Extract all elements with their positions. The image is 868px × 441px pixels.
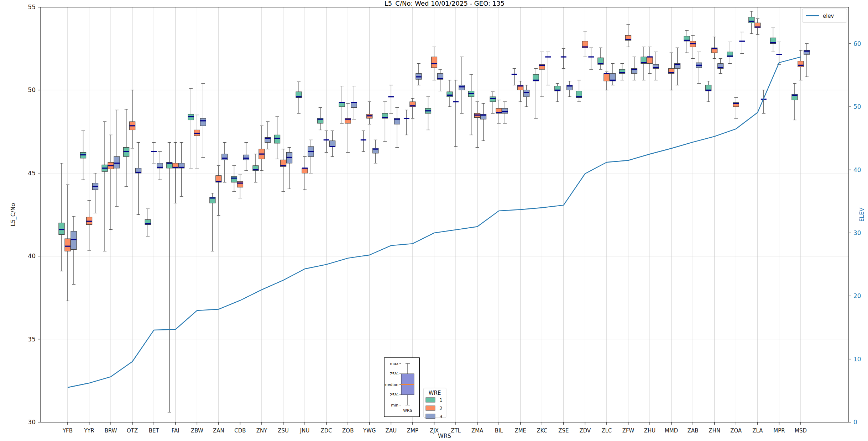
boxplot-anatomy-inset: max75%median25%minWRS [384, 358, 419, 417]
x-tick-label-JNU: JNU [300, 427, 310, 434]
x-tick-label-MPR: MPR [773, 427, 785, 434]
y2-tick-label: 40 [853, 166, 861, 174]
x-tick-label-ZHN: ZHN [708, 427, 720, 434]
wre-swatch-3 [426, 414, 435, 419]
x-tick-label-ZBW: ZBW [191, 427, 203, 434]
y2-tick-label: 10 [853, 356, 861, 363]
x-tick-label-ZKC: ZKC [537, 427, 547, 434]
iqr-box [459, 85, 465, 90]
inset-label-75%: 75% [390, 372, 398, 376]
x-tick-label-ZLC: ZLC [601, 427, 612, 434]
x-tick-label-BIL: BIL [495, 427, 503, 434]
iqr-box [339, 102, 345, 107]
x-tick-label-ZLA: ZLA [752, 427, 763, 434]
inset-label-max: max [390, 361, 398, 366]
y2-tick-label: 20 [853, 292, 861, 299]
elev-legend-label: elev [823, 13, 834, 19]
x-tick-label-ZME: ZME [514, 427, 526, 434]
x-tick-label-ZSE: ZSE [558, 427, 569, 434]
x-tick-label-ZMA: ZMA [471, 427, 483, 434]
x-tick-label-ZSU: ZSU [278, 427, 289, 434]
wre-swatch-2 [426, 406, 435, 410]
x-tick-label-ZMP: ZMP [407, 427, 418, 434]
x-tick-label-ZHU: ZHU [644, 427, 656, 434]
x-tick-label-ZDV: ZDV [579, 427, 591, 434]
x-tick-label-ZAN: ZAN [213, 427, 224, 434]
y2-tick-label: 0 [853, 419, 857, 426]
y2-axis-label: ELEV [858, 207, 865, 222]
iqr-box [351, 102, 357, 107]
x-tick-label-ZAU: ZAU [386, 427, 397, 434]
x-tick-label-ZFW: ZFW [622, 427, 634, 434]
x-tick-label-BET: BET [149, 427, 160, 434]
chart-title: L5_C/No: Wed 10/01/2025 - GEO: 135 [385, 0, 504, 7]
iqr-box [490, 97, 496, 102]
wre-entry-label: 3 [439, 414, 443, 419]
iqr-box [200, 118, 206, 126]
x-axis-label: WRS [438, 432, 451, 439]
iqr-box [274, 135, 280, 143]
inset-label-25%: 25% [390, 393, 398, 397]
x-tick-label-ZOB: ZOB [342, 427, 354, 434]
x-tick-label-YYR: YYR [84, 427, 94, 434]
x-tick-label-YWG: YWG [363, 427, 376, 434]
iqr-box [604, 74, 610, 81]
iqr-box [302, 168, 308, 173]
iqr-box [330, 141, 335, 147]
x-tick-label-MSD: MSD [795, 427, 807, 434]
iqr-box [59, 223, 64, 235]
y2-tick-label: 60 [853, 40, 861, 47]
iqr-box [647, 57, 653, 64]
x-tick-label-ZJX: ZJX [430, 427, 439, 434]
x-tick-label-OTZ: OTZ [127, 427, 138, 434]
iqr-box [71, 231, 77, 249]
wre-swatch-1 [426, 398, 435, 402]
iqr-box [65, 239, 70, 251]
x-tick-label-ZAB: ZAB [687, 427, 699, 434]
iqr-box [243, 155, 249, 160]
iqr-box [524, 90, 529, 97]
y-axis-label: L5_C/No [10, 203, 17, 226]
x-tick-label-BRW: BRW [105, 427, 117, 434]
x-tick-label-ZNY: ZNY [256, 427, 267, 434]
iqr-box [749, 17, 754, 23]
y-tick-label: 30 [28, 419, 36, 426]
y-tick-label: 35 [28, 336, 36, 343]
iqr-box [447, 92, 453, 97]
y-tick-label: 50 [28, 86, 36, 94]
iqr-box [237, 181, 243, 187]
wre-entry-label: 2 [439, 405, 443, 411]
y2-tick-label: 30 [853, 229, 861, 237]
iqr-box [114, 156, 120, 168]
iqr-box [231, 176, 237, 182]
x-tick-label-ZDC: ZDC [321, 427, 332, 434]
boxplot-chart: 3035404550550102030405060YFBYYRBRWOTZBET… [0, 0, 868, 441]
inset-label-median: median [384, 382, 398, 387]
iqr-box [798, 61, 804, 67]
x-tick-label-YFB: YFB [62, 427, 73, 434]
x-tick-label-CDB: CDB [234, 427, 246, 434]
elev-legend: elev [802, 9, 847, 22]
x-tick-label-MMD: MMD [665, 427, 678, 434]
x-tick-label-ZOA: ZOA [730, 427, 742, 434]
y-tick-label: 40 [28, 253, 36, 260]
y-tick-label: 45 [28, 170, 36, 177]
x-tick-label-ZTL: ZTL [451, 427, 461, 434]
chart-svg: 3035404550550102030405060YFBYYRBRWOTZBET… [0, 0, 868, 441]
inset-xlabel: WRS [403, 408, 412, 413]
wre-legend: WRE123 [424, 388, 446, 419]
y2-tick-label: 50 [853, 103, 861, 110]
wre-entry-label: 1 [439, 397, 443, 403]
x-tick-label-FAI: FAI [172, 427, 179, 434]
inset-label-min: min [391, 403, 398, 408]
wre-legend-title: WRE [429, 390, 441, 396]
iqr-box [502, 108, 508, 113]
iqr-box [222, 154, 228, 160]
iqr-box [432, 57, 437, 68]
y-tick-label: 55 [28, 4, 36, 11]
